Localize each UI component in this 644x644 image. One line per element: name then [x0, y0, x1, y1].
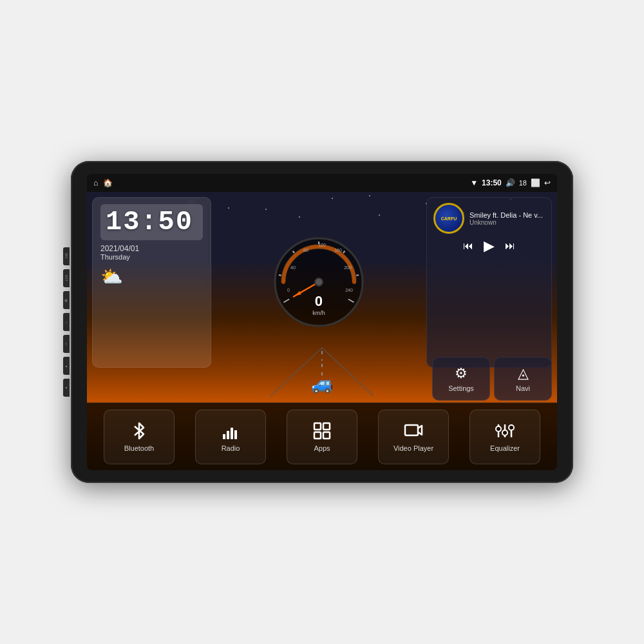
prev-button[interactable]: ⏮	[463, 240, 473, 252]
status-bar: ⌂ 🏠 ▼ 13:50 🔊 18 ⬜ ↩	[87, 174, 557, 192]
svg-text:240: 240	[345, 288, 353, 292]
svg-text:40: 40	[290, 265, 296, 270]
vol-down-button[interactable]: ▼	[63, 379, 70, 397]
music-title: Smiley ft. Delia - Ne v...	[469, 211, 545, 219]
svg-rect-30	[323, 432, 330, 439]
svg-point-35	[496, 426, 501, 431]
svg-rect-23	[223, 434, 225, 439]
volume-icon: 🔊	[506, 178, 515, 187]
bottom-toolbar: Bluetooth Radio	[87, 402, 557, 470]
back-icon: ↩	[544, 178, 551, 187]
svg-rect-24	[227, 431, 229, 439]
music-top: CARFU Smiley ft. Delia - Ne v... Unknown	[433, 203, 545, 234]
home-icon: ⌂	[93, 178, 98, 187]
equalizer-icon	[495, 421, 515, 440]
svg-text:80: 80	[303, 248, 308, 252]
car-road-scene: 🚙	[258, 341, 386, 399]
clock-widget: 13:50 2021/04/01 Thursday ⛅	[92, 197, 211, 368]
wifi-icon: ▼	[470, 178, 478, 187]
apps-label: Apps	[314, 444, 330, 452]
road-scene-svg: 🚙	[258, 341, 386, 399]
screen: ⌂ 🏠 ▼ 13:50 🔊 18 ⬜ ↩	[87, 174, 557, 470]
window-icon: ⬜	[531, 178, 540, 187]
speedo-number: 0	[312, 293, 325, 310]
navi-label: Navi	[516, 384, 530, 392]
speedo-unit: km/h	[312, 310, 325, 316]
status-left: ⌂ 🏠	[93, 178, 113, 187]
side-buttons: MIC RST ⏻ ⌂ ↩ ▲ ▼	[63, 247, 70, 397]
svg-rect-29	[314, 432, 321, 439]
music-artist: Unknown	[469, 219, 545, 226]
volume-level: 18	[519, 179, 527, 187]
music-logo: CARFU	[433, 203, 464, 234]
rst-button[interactable]: RST	[63, 269, 70, 287]
video-label: Video Player	[393, 444, 433, 452]
music-controls: ⏮ ▶ ⏭	[433, 238, 545, 254]
music-logo-text: CARFU	[441, 216, 457, 221]
svg-text:160: 160	[334, 248, 342, 252]
svg-text:🚙: 🚙	[311, 373, 334, 394]
action-buttons: ⚙ Settings ◬ Navi	[432, 357, 552, 401]
video-button[interactable]: Video Player	[378, 410, 449, 464]
clock-time: 13:50	[100, 204, 203, 240]
radio-label: Radio	[222, 444, 240, 452]
power-button[interactable]: ⏻	[63, 291, 70, 309]
equalizer-label: Equalizer	[490, 444, 520, 452]
radio-button[interactable]: Radio	[195, 410, 266, 464]
svg-text:0: 0	[287, 288, 290, 292]
speedo-value: 0 km/h	[312, 293, 325, 316]
svg-rect-25	[231, 428, 233, 439]
home-button[interactable]: ⌂	[63, 313, 70, 331]
svg-rect-26	[234, 430, 237, 439]
bluetooth-icon	[129, 421, 149, 440]
svg-text:120: 120	[318, 243, 326, 247]
settings-label: Settings	[448, 384, 474, 392]
car-head-unit: MIC RST ⏻ ⌂ ↩ ▲ ▼ ⌂ 🏠 ▼ 13:5	[71, 161, 573, 483]
next-button[interactable]: ⏭	[505, 240, 515, 252]
svg-rect-31	[405, 425, 418, 435]
status-right: ▼ 13:50 🔊 18 ⬜ ↩	[470, 178, 551, 187]
svg-point-37	[509, 425, 514, 430]
main-content: 13:50 2021/04/01 Thursday ⛅	[87, 192, 557, 470]
house-icon: 🏠	[103, 178, 113, 187]
music-widget: CARFU Smiley ft. Delia - Ne v... Unknown…	[426, 197, 552, 368]
speedometer: 0 40 80 120 160 200 240	[270, 234, 367, 330]
equalizer-button[interactable]: Equalizer	[469, 410, 540, 464]
svg-point-16	[315, 278, 323, 286]
navi-button[interactable]: ◬ Navi	[494, 357, 552, 401]
back-button[interactable]: ↩	[63, 335, 70, 353]
mic-button[interactable]: MIC	[63, 247, 70, 265]
svg-text:200: 200	[344, 265, 352, 270]
navi-icon: ◬	[518, 365, 529, 382]
svg-rect-28	[323, 423, 330, 430]
bluetooth-button[interactable]: Bluetooth	[104, 410, 175, 464]
video-icon	[404, 421, 423, 440]
clock-day: Thursday	[100, 253, 203, 261]
settings-icon: ⚙	[455, 365, 468, 382]
svg-point-36	[502, 430, 507, 435]
bluetooth-label: Bluetooth	[124, 444, 154, 452]
radio-icon	[221, 421, 240, 440]
settings-button[interactable]: ⚙ Settings	[432, 357, 490, 401]
status-time: 13:50	[482, 178, 502, 187]
weather-icon: ⛅	[100, 266, 203, 287]
vol-up-button[interactable]: ▲	[63, 357, 70, 375]
music-info: Smiley ft. Delia - Ne v... Unknown	[469, 211, 545, 226]
apps-icon	[312, 421, 332, 440]
clock-date: 2021/04/01	[100, 244, 203, 253]
play-button[interactable]: ▶	[484, 238, 495, 254]
apps-button[interactable]: Apps	[287, 410, 357, 464]
svg-rect-27	[314, 423, 321, 430]
